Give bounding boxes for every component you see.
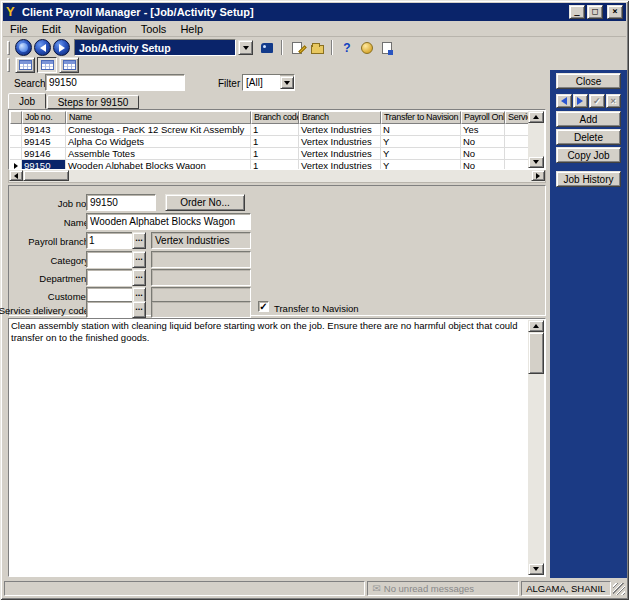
new-doc-icon	[382, 42, 392, 54]
table-horizontal-scrollbar[interactable]	[8, 170, 546, 183]
customer-label: Customer	[48, 291, 89, 302]
cancel-record-button[interactable]: ×	[606, 94, 622, 108]
title-bar: Y Client Payroll Manager - [Job/Activity…	[3, 3, 626, 21]
scrollbar-thumb[interactable]	[528, 332, 544, 374]
header-name[interactable]: Name	[66, 111, 251, 124]
copy-job-button[interactable]: Copy Job	[556, 147, 621, 163]
menu-file[interactable]: File	[3, 22, 35, 36]
scroll-down-icon[interactable]	[528, 563, 544, 575]
menu-navigation[interactable]: Navigation	[68, 22, 134, 36]
view-toolbar	[3, 57, 626, 73]
scrollbar-thumb[interactable]	[23, 170, 69, 181]
back-button[interactable]	[34, 39, 51, 56]
table-row[interactable]: 99146 Assemble Totes 1 Vertex Industries…	[10, 148, 528, 160]
web-doc-button[interactable]	[358, 40, 376, 56]
location-dropdown[interactable]: Job/Activity Setup	[74, 39, 236, 56]
header-service[interactable]: Service	[505, 111, 528, 124]
table-row-selected[interactable]: 99150 Wooden Alphabet Blocks Wagon 1 Ver…	[10, 160, 528, 170]
grid-medium-icon	[41, 60, 54, 70]
delete-button[interactable]: Delete	[556, 129, 621, 145]
web-doc-icon	[361, 42, 373, 54]
add-button[interactable]: Add	[556, 111, 621, 127]
check-icon: ✓	[593, 96, 601, 106]
scroll-left-icon[interactable]	[9, 170, 23, 181]
menu-edit[interactable]: Edit	[35, 22, 68, 36]
resize-grip[interactable]	[613, 583, 625, 595]
location-dropdown-value: Job/Activity Setup	[79, 42, 171, 54]
table-vertical-scrollbar[interactable]	[528, 111, 544, 168]
job-no-field[interactable]	[86, 194, 156, 211]
name-field[interactable]	[86, 213, 251, 230]
category-label: Category	[50, 255, 89, 266]
maximize-button[interactable]: □	[587, 5, 603, 19]
job-notes-memo[interactable]: Clean assembly station with cleaning liq…	[8, 318, 546, 577]
job-no-label: Job no.	[58, 198, 89, 209]
x-icon: ×	[611, 96, 616, 106]
selected-row-indicator-icon	[10, 160, 22, 170]
job-history-button[interactable]: Job History	[556, 171, 621, 187]
scroll-up-icon[interactable]	[528, 320, 544, 332]
toolbar-separator	[331, 40, 333, 55]
next-arrow-icon	[577, 97, 583, 105]
payroll-branch-display: Vertex Industries	[151, 232, 251, 249]
menu-help[interactable]: Help	[173, 22, 210, 36]
chevron-down-icon	[243, 46, 249, 50]
chevron-down-icon	[284, 81, 290, 85]
back-arrow-icon	[40, 44, 46, 52]
header-payroll-only[interactable]: Payroll Only	[461, 111, 505, 124]
category-lookup-button[interactable]: ...	[132, 251, 146, 268]
grid-view-medium-button[interactable]	[37, 57, 57, 73]
bookmark-button[interactable]	[258, 40, 276, 56]
header-job-no[interactable]: Job no.	[22, 111, 66, 124]
bookmark-icon	[261, 43, 273, 53]
tab-steps[interactable]: Steps for 99150	[47, 95, 139, 109]
open-folder-button[interactable]	[308, 40, 326, 56]
service-delivery-label: Service delivery code	[0, 305, 89, 316]
confirm-record-button[interactable]: ✓	[589, 94, 605, 108]
filter-dropdown-arrow[interactable]	[280, 76, 294, 89]
help-button[interactable]: ?	[338, 40, 356, 56]
service-delivery-field[interactable]	[86, 301, 132, 318]
header-branch[interactable]: Branch	[299, 111, 381, 124]
prev-record-button[interactable]	[556, 94, 572, 108]
edit-note-button[interactable]	[288, 40, 306, 56]
status-pane-empty	[4, 581, 365, 596]
scroll-up-icon[interactable]	[528, 111, 544, 123]
department-field[interactable]	[86, 269, 132, 286]
memo-vertical-scrollbar[interactable]	[528, 320, 544, 575]
next-record-button[interactable]	[573, 94, 589, 108]
grid-view-large-button[interactable]	[59, 57, 79, 73]
menu-bar: File Edit Navigation Tools Help	[3, 21, 626, 37]
filter-dropdown[interactable]: [All]	[242, 74, 295, 91]
location-dropdown-arrow[interactable]	[238, 40, 253, 55]
category-field[interactable]	[86, 251, 132, 268]
service-delivery-lookup-button[interactable]: ...	[132, 301, 146, 318]
payroll-branch-field[interactable]	[86, 232, 132, 249]
navigation-toolbar: Job/Activity Setup ?	[3, 38, 626, 57]
user-name-text: ALGAMA, SHANIL	[526, 583, 605, 594]
forward-button[interactable]	[53, 39, 70, 56]
envelope-icon: ✉	[372, 583, 380, 594]
tab-job[interactable]: Job	[8, 93, 46, 109]
minimize-button[interactable]: _	[569, 5, 585, 19]
close-button[interactable]: Close	[556, 73, 621, 89]
home-globe-button[interactable]	[15, 39, 32, 56]
table-row[interactable]: 99143 Conestoga - PacK 12 Screw Kit Asse…	[10, 124, 528, 136]
header-row-indicator[interactable]	[10, 111, 22, 124]
department-lookup-button[interactable]: ...	[132, 269, 146, 286]
header-branch-code[interactable]: Branch code	[251, 111, 299, 124]
scroll-right-icon[interactable]	[531, 170, 545, 181]
close-window-button[interactable]: ×	[607, 5, 623, 19]
new-doc-button[interactable]	[378, 40, 396, 56]
payroll-branch-lookup-button[interactable]: ...	[132, 232, 146, 249]
table-row[interactable]: 99145 Alpha Co Widgets 1 Vertex Industri…	[10, 136, 528, 148]
header-transfer[interactable]: Transfer to Navision	[381, 111, 461, 124]
scroll-down-icon[interactable]	[528, 156, 544, 168]
grid-view-small-button[interactable]	[15, 57, 35, 73]
search-input[interactable]	[45, 74, 185, 91]
transfer-to-navision-checkbox[interactable]: ✓	[258, 301, 269, 312]
order-no-button[interactable]: Order No...	[165, 194, 245, 211]
record-navigator: ✓ ×	[556, 94, 621, 108]
forward-arrow-icon	[59, 44, 65, 52]
menu-tools[interactable]: Tools	[134, 22, 174, 36]
